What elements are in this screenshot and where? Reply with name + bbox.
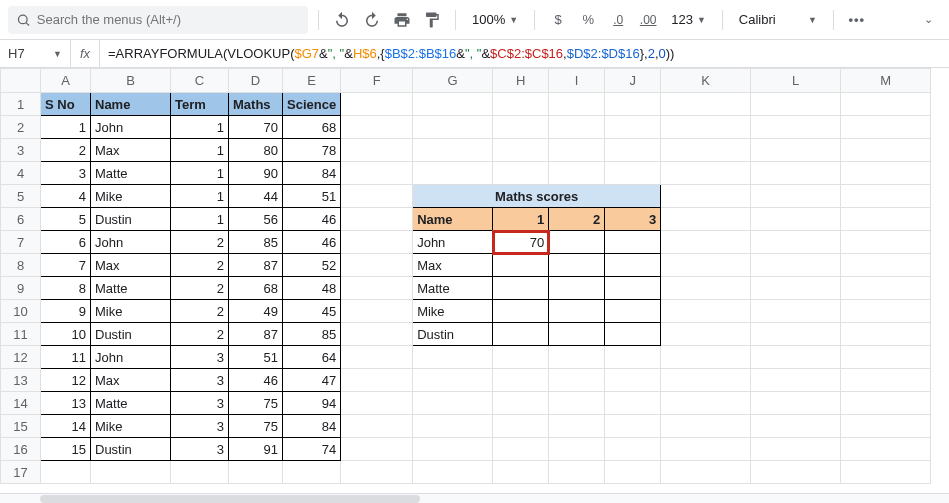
column-header-C[interactable]: C — [171, 69, 229, 93]
cell-D7[interactable]: 85 — [229, 231, 283, 254]
cell-I9[interactable] — [549, 277, 605, 300]
cell-L13[interactable] — [751, 369, 841, 392]
cell-F6[interactable] — [341, 208, 413, 231]
cell-E11[interactable]: 85 — [283, 323, 341, 346]
cell-L4[interactable] — [751, 162, 841, 185]
cell-H12[interactable] — [493, 346, 549, 369]
cell-C15[interactable]: 3 — [171, 415, 229, 438]
cell-F10[interactable] — [341, 300, 413, 323]
grid-area[interactable]: ABCDEFGHIJKLM 1S NoNameTermMathsScience2… — [0, 68, 949, 493]
cell-C17[interactable] — [171, 461, 229, 484]
cell-J12[interactable] — [605, 346, 661, 369]
cell-A2[interactable]: 1 — [41, 116, 91, 139]
cell-C8[interactable]: 2 — [171, 254, 229, 277]
row-header-2[interactable]: 2 — [1, 116, 41, 139]
cell-M7[interactable] — [841, 231, 931, 254]
cell-G12[interactable] — [413, 346, 493, 369]
cell-A17[interactable] — [41, 461, 91, 484]
cell-I12[interactable] — [549, 346, 605, 369]
cell-A8[interactable]: 7 — [41, 254, 91, 277]
cell-F9[interactable] — [341, 277, 413, 300]
row-header-5[interactable]: 5 — [1, 185, 41, 208]
cell-G1[interactable] — [413, 93, 493, 116]
cell-H6[interactable]: 1 — [493, 208, 549, 231]
cell-I16[interactable] — [549, 438, 605, 461]
cell-I17[interactable] — [549, 461, 605, 484]
cell-M8[interactable] — [841, 254, 931, 277]
cell-G10[interactable]: Mike — [413, 300, 493, 323]
cell-K2[interactable] — [661, 116, 751, 139]
cell-F12[interactable] — [341, 346, 413, 369]
cell-D3[interactable]: 80 — [229, 139, 283, 162]
cell-A12[interactable]: 11 — [41, 346, 91, 369]
cell-G8[interactable]: Max — [413, 254, 493, 277]
column-header-E[interactable]: E — [283, 69, 341, 93]
cell-G17[interactable] — [413, 461, 493, 484]
cell-E10[interactable]: 45 — [283, 300, 341, 323]
cell-L16[interactable] — [751, 438, 841, 461]
cell-J4[interactable] — [605, 162, 661, 185]
cell-L14[interactable] — [751, 392, 841, 415]
cell-K15[interactable] — [661, 415, 751, 438]
cell-I3[interactable] — [549, 139, 605, 162]
cell-B2[interactable]: John — [91, 116, 171, 139]
increase-decimal-button[interactable]: .00 — [635, 7, 661, 33]
cell-K14[interactable] — [661, 392, 751, 415]
cell-H9[interactable] — [493, 277, 549, 300]
cell-K10[interactable] — [661, 300, 751, 323]
cell-A14[interactable]: 13 — [41, 392, 91, 415]
cell-B15[interactable]: Mike — [91, 415, 171, 438]
row-header-13[interactable]: 13 — [1, 369, 41, 392]
cell-M9[interactable] — [841, 277, 931, 300]
row-header-14[interactable]: 14 — [1, 392, 41, 415]
cell-K3[interactable] — [661, 139, 751, 162]
select-all-corner[interactable] — [1, 69, 41, 93]
cell-G14[interactable] — [413, 392, 493, 415]
cell-I8[interactable] — [549, 254, 605, 277]
cell-B16[interactable]: Dustin — [91, 438, 171, 461]
zoom-select[interactable]: 100%▼ — [466, 12, 524, 27]
print-button[interactable] — [389, 7, 415, 33]
cell-D5[interactable]: 44 — [229, 185, 283, 208]
cell-E5[interactable]: 51 — [283, 185, 341, 208]
cell-C13[interactable]: 3 — [171, 369, 229, 392]
cell-M12[interactable] — [841, 346, 931, 369]
column-header-J[interactable]: J — [605, 69, 661, 93]
cell-M2[interactable] — [841, 116, 931, 139]
cell-D8[interactable]: 87 — [229, 254, 283, 277]
cell-B9[interactable]: Matte — [91, 277, 171, 300]
cell-C11[interactable]: 2 — [171, 323, 229, 346]
cell-E3[interactable]: 78 — [283, 139, 341, 162]
cell-E1[interactable]: Science — [283, 93, 341, 116]
cell-K16[interactable] — [661, 438, 751, 461]
cell-G7[interactable]: John — [413, 231, 493, 254]
cell-J11[interactable] — [605, 323, 661, 346]
column-header-M[interactable]: M — [841, 69, 931, 93]
cell-A10[interactable]: 9 — [41, 300, 91, 323]
column-header-A[interactable]: A — [41, 69, 91, 93]
cell-F11[interactable] — [341, 323, 413, 346]
cell-L2[interactable] — [751, 116, 841, 139]
column-header-D[interactable]: D — [229, 69, 283, 93]
cell-M3[interactable] — [841, 139, 931, 162]
cell-L15[interactable] — [751, 415, 841, 438]
cell-I4[interactable] — [549, 162, 605, 185]
more-toolbar-button[interactable]: ••• — [844, 7, 870, 33]
cell-D9[interactable]: 68 — [229, 277, 283, 300]
font-select[interactable]: Calibri▼ — [733, 12, 823, 27]
cell-A5[interactable]: 4 — [41, 185, 91, 208]
cell-B1[interactable]: Name — [91, 93, 171, 116]
cell-E15[interactable]: 84 — [283, 415, 341, 438]
cell-H17[interactable] — [493, 461, 549, 484]
cell-K13[interactable] — [661, 369, 751, 392]
cell-D12[interactable]: 51 — [229, 346, 283, 369]
cell-F16[interactable] — [341, 438, 413, 461]
cell-M5[interactable] — [841, 185, 931, 208]
cell-L12[interactable] — [751, 346, 841, 369]
cell-E17[interactable] — [283, 461, 341, 484]
cell-G9[interactable]: Matte — [413, 277, 493, 300]
cell-I7[interactable] — [549, 231, 605, 254]
cell-J9[interactable] — [605, 277, 661, 300]
cell-G4[interactable] — [413, 162, 493, 185]
cell-D6[interactable]: 56 — [229, 208, 283, 231]
